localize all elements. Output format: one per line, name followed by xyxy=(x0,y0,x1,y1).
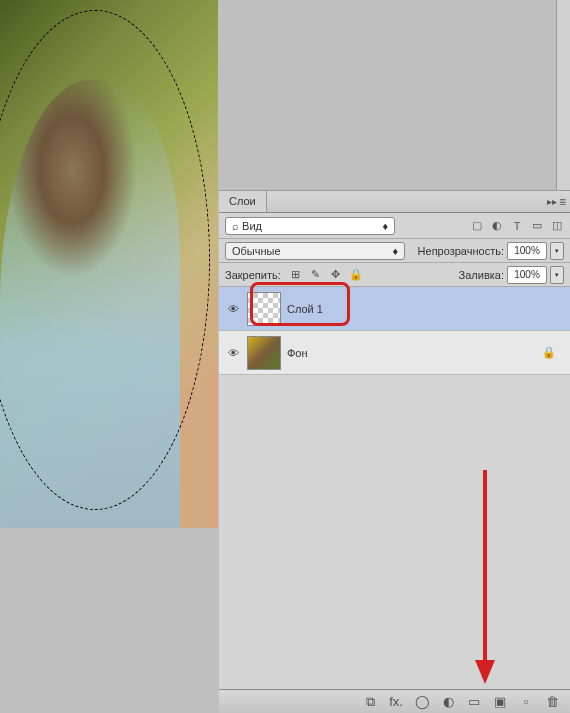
visibility-icon[interactable]: 👁 xyxy=(225,347,241,359)
delete-layer-icon[interactable]: 🗑 xyxy=(544,694,560,710)
opacity-label: Непрозрачность: xyxy=(418,245,504,257)
collapse-icon[interactable]: ▸▸ xyxy=(547,196,557,207)
layers-bottom-toolbar: ⧉ fx. ◯ ◐ ▭ ▣ ▫ 🗑 xyxy=(219,689,570,713)
filter-adjust-icon[interactable]: ◐ xyxy=(490,219,504,233)
lock-all-icon[interactable]: 🔒 xyxy=(349,268,363,282)
new-layer-icon[interactable]: ▣ xyxy=(492,694,508,710)
layer-fx-icon[interactable]: fx. xyxy=(388,694,404,710)
new-layer-icon-2[interactable]: ▫ xyxy=(518,694,534,710)
fill-dropdown[interactable]: ▾ xyxy=(550,266,564,284)
opacity-dropdown[interactable]: ▾ xyxy=(550,242,564,260)
layers-panel: Слои ▸▸ ≡ ⌕ Вид ♦ ▢ ◐ T ▭ ◫ Обычные ♦ Не… xyxy=(219,190,570,713)
layer-thumbnail[interactable] xyxy=(247,336,281,370)
chevron-icon: ♦ xyxy=(392,245,398,257)
vertical-scrollbar[interactable] xyxy=(556,0,570,190)
layer-filter-row: ⌕ Вид ♦ ▢ ◐ T ▭ ◫ xyxy=(219,213,570,239)
filter-shape-icon[interactable]: ▭ xyxy=(530,219,544,233)
lock-icon: 🔒 xyxy=(542,346,564,359)
annotation-highlight xyxy=(250,282,350,326)
filter-image-icon[interactable]: ▢ xyxy=(470,219,484,233)
adjustment-layer-icon[interactable]: ◐ xyxy=(440,694,456,710)
opacity-input[interactable]: 100% xyxy=(507,242,547,260)
lock-brush-icon[interactable]: ✎ xyxy=(309,268,323,282)
blend-row: Обычные ♦ Непрозрачность: 100% ▾ xyxy=(219,239,570,263)
panel-tab-bar: Слои ▸▸ ≡ xyxy=(219,191,570,213)
visibility-icon[interactable]: 👁 xyxy=(225,303,241,315)
filter-smart-icon[interactable]: ◫ xyxy=(550,219,564,233)
filter-label: Вид xyxy=(242,220,262,232)
blend-mode-label: Обычные xyxy=(232,245,281,257)
link-layers-icon[interactable]: ⧉ xyxy=(362,694,378,710)
workspace-bg-right xyxy=(219,0,570,190)
blend-mode-select[interactable]: Обычные ♦ xyxy=(225,242,405,260)
annotation-arrow xyxy=(475,470,495,690)
fill-input[interactable]: 100% xyxy=(507,266,547,284)
lock-pixels-icon[interactable]: ⊞ xyxy=(289,268,303,282)
lock-move-icon[interactable]: ✥ xyxy=(329,268,343,282)
workspace-bg xyxy=(0,528,218,713)
panel-menu-icon[interactable]: ≡ xyxy=(559,195,566,209)
filter-kind-select[interactable]: ⌕ Вид ♦ xyxy=(225,217,395,235)
add-mask-icon[interactable]: ◯ xyxy=(414,694,430,710)
fill-label: Заливка: xyxy=(459,269,504,281)
layer-name-label[interactable]: Фон xyxy=(287,347,308,359)
tab-layers[interactable]: Слои xyxy=(219,191,267,212)
chevron-icon: ♦ xyxy=(382,220,388,232)
lock-label: Закрепить: xyxy=(225,269,281,281)
search-icon: ⌕ xyxy=(232,220,239,232)
canvas-area[interactable] xyxy=(0,0,218,528)
new-group-icon[interactable]: ▭ xyxy=(466,694,482,710)
filter-type-icon[interactable]: T xyxy=(510,219,524,233)
layer-row[interactable]: 👁 Фон 🔒 xyxy=(219,331,570,375)
